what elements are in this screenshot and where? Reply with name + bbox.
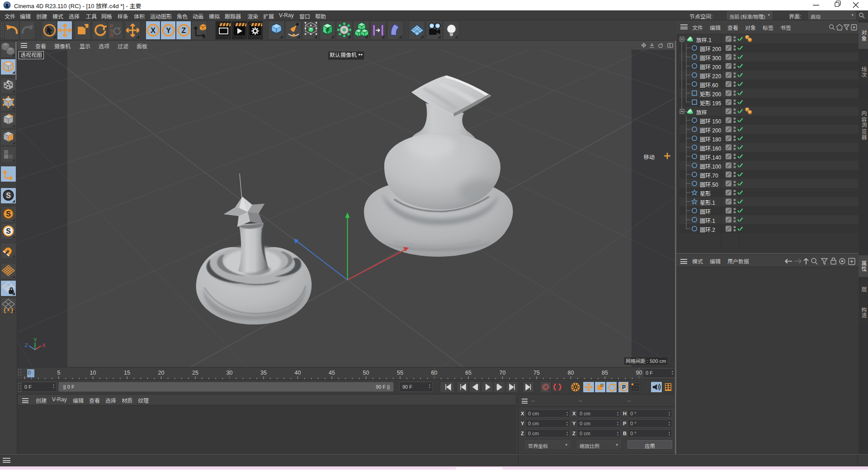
svg-text:S: S (6, 192, 11, 199)
svg-text:X: X (42, 343, 46, 348)
svg-text:20: 20 (158, 370, 165, 376)
svg-text:25: 25 (192, 370, 198, 376)
svg-text:Z: Z (25, 343, 28, 348)
svg-text:65: 65 (465, 370, 472, 376)
svg-text:55: 55 (397, 370, 403, 376)
svg-text:Y: Y (166, 27, 171, 34)
svg-text:S: S (6, 227, 11, 235)
svg-text:P: P (622, 384, 626, 390)
svg-text:Z: Z (181, 27, 186, 34)
svg-text:75: 75 (533, 370, 540, 376)
svg-text:40: 40 (295, 370, 301, 376)
svg-text:X: X (151, 27, 156, 34)
svg-text:S: S (6, 210, 11, 218)
svg-text:35: 35 (260, 370, 267, 376)
svg-text:70: 70 (500, 370, 506, 376)
svg-text:0: 0 (28, 370, 31, 376)
svg-text:50: 50 (363, 370, 369, 376)
svg-text:45: 45 (329, 370, 335, 376)
svg-text:15: 15 (124, 370, 130, 376)
svg-text:R: R (110, 33, 113, 38)
svg-text:10: 10 (90, 370, 96, 376)
svg-text:80: 80 (568, 370, 574, 376)
svg-text:Y: Y (33, 337, 37, 343)
svg-text:{•}: {•} (3, 307, 14, 313)
svg-text:85: 85 (602, 370, 608, 376)
svg-text:5: 5 (57, 370, 61, 376)
